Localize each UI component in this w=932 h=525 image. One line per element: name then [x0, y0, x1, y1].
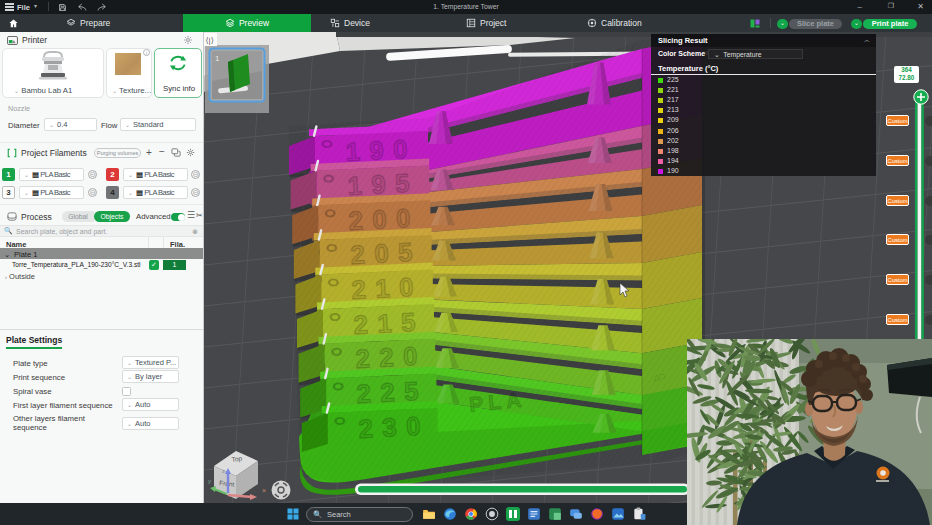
svg-text:1: 1 [215, 54, 220, 63]
svg-text:×: × [262, 487, 266, 494]
svg-text:y: y [208, 478, 211, 484]
svg-text:z: z [222, 468, 225, 474]
svg-text:△□: △□ [653, 372, 665, 382]
svg-text:⟨|⟩: ⟨|⟩ [206, 36, 214, 45]
